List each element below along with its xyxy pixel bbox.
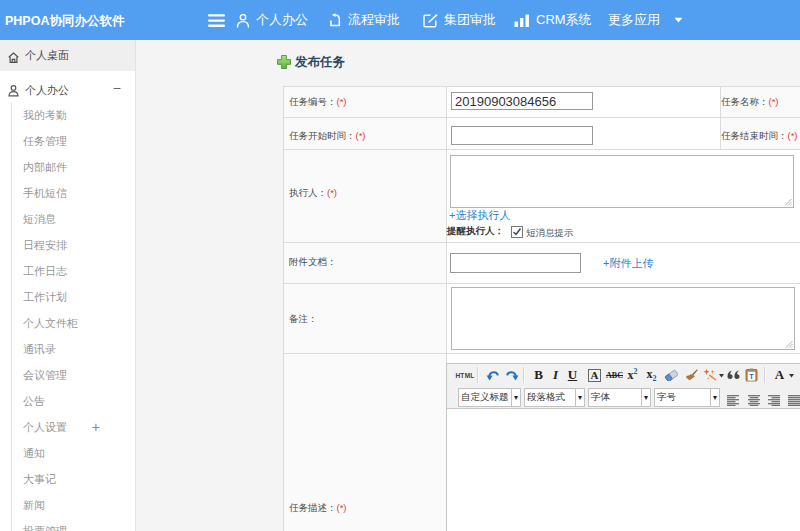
svg-text:T: T bbox=[749, 373, 754, 380]
